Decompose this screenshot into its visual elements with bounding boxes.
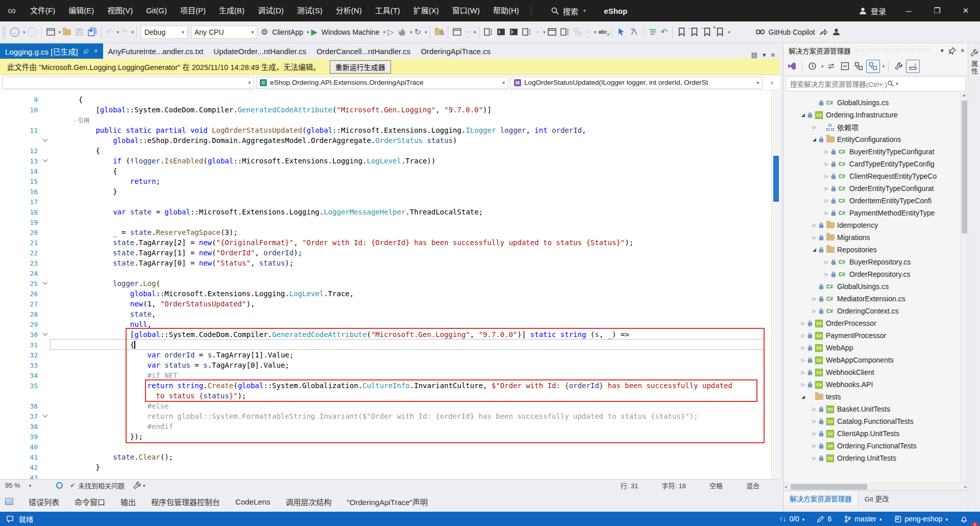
collapsed-arrow-icon[interactable]: ▷ xyxy=(822,161,831,166)
preview-selected-button[interactable] xyxy=(906,60,920,73)
collapsed-arrow-icon[interactable]: ▷ xyxy=(822,198,831,203)
window-layout-icon[interactable]: ≡ xyxy=(771,51,775,59)
encoding-indicator[interactable]: 混合 xyxy=(746,481,760,490)
startup-settings-gear-icon[interactable]: ⚙ xyxy=(259,25,270,40)
tree-item-BuyerRepository.cs[interactable]: ▷C#BuyerRepository.cs xyxy=(783,256,968,268)
code-line-20[interactable]: 20 _ = state.ReserveTagSpace(3); xyxy=(0,227,780,237)
collapsed-arrow-icon[interactable]: ▷ xyxy=(810,419,819,424)
expanded-arrow-icon[interactable]: ◢ xyxy=(810,137,819,142)
pending-edits-button[interactable]: 6 xyxy=(811,512,838,526)
branch-button[interactable]: master▴ xyxy=(838,512,888,526)
tree-item-BuyerEntityTypeConfigurat[interactable]: ▷C#BuyerEntityTypeConfigurat xyxy=(783,146,968,158)
previous-bookmark-button[interactable]: ← xyxy=(688,25,701,40)
open-folder-button[interactable] xyxy=(61,25,73,40)
collapsed-arrow-icon[interactable]: ▷ xyxy=(799,321,807,326)
scrollbar-thumb[interactable] xyxy=(791,484,867,490)
code-line-39[interactable]: 39 }); xyxy=(0,432,780,442)
document-tab-3[interactable]: OrderCancell...ntHandler.cs xyxy=(311,43,415,59)
line-number[interactable]: 29 xyxy=(0,321,40,328)
document-tab-0[interactable]: Logging.g.cs [已生成]× xyxy=(0,43,103,59)
collapsed-arrow-icon[interactable]: ▷ xyxy=(810,125,819,130)
menu-1[interactable]: 编辑(E) xyxy=(62,0,101,21)
tree-item-OrderItemEntityTypeConfi[interactable]: ▷C#OrderItemEntityTypeConfi xyxy=(783,195,968,207)
line-number[interactable]: 23 xyxy=(0,259,40,267)
line-number[interactable]: 35 xyxy=(0,382,40,390)
copy-structure-button[interactable] xyxy=(628,25,641,40)
chevron-down-icon[interactable]: ▾ xyxy=(307,30,309,35)
notifications-button[interactable]: 1 xyxy=(954,512,974,526)
chevron-down-icon[interactable]: ▾ xyxy=(474,30,476,35)
code-line-16[interactable]: 16 } xyxy=(0,186,780,197)
side-pane-button[interactable] xyxy=(558,25,571,40)
maximize-button[interactable]: ❐ xyxy=(923,0,951,21)
tree-item-OrderingContext.cs[interactable]: ▷C#OrderingContext.cs xyxy=(783,305,968,317)
code-line-23[interactable]: 23 state.TagArray[0] = new("Status", sta… xyxy=(0,258,780,268)
split-editor-icon[interactable]: ⫞ xyxy=(765,79,778,87)
collapse-button[interactable]: − xyxy=(463,25,472,40)
feedback-icon[interactable] xyxy=(6,515,14,523)
document-tab-4[interactable]: OrderingApiTrace.cs xyxy=(415,43,496,59)
type-dropdown[interactable]: C eShop.Ordering.API.Extensions.Ordering… xyxy=(256,77,508,89)
code-line-wrap[interactable]: to status {status}"); xyxy=(0,391,780,401)
tree-item-EntityConfigurations[interactable]: ◢EntityConfigurations xyxy=(783,133,968,146)
redo-button[interactable]: ↷ xyxy=(119,25,130,40)
line-indicator[interactable]: 行: 31 xyxy=(621,481,639,490)
undo-format-button[interactable]: ↶ xyxy=(659,25,670,40)
scope-dropdown-button[interactable] xyxy=(866,60,880,73)
tree-item-ClientApp.UnitTests[interactable]: ▷C#ClientApp.UnitTests xyxy=(783,427,968,440)
line-number[interactable]: 17 xyxy=(0,198,40,206)
window-menu-icon[interactable]: ▾ xyxy=(941,47,944,54)
copilot-person-icon[interactable] xyxy=(830,25,843,40)
quick-search[interactable]: 搜索 ▾ xyxy=(551,6,586,16)
panel-tab-0[interactable]: 错误列表 xyxy=(29,496,59,507)
line-number[interactable]: 30 xyxy=(0,331,40,339)
active-files-dropdown-icon[interactable]: ▾ xyxy=(763,51,766,59)
menu-5[interactable]: 生成(B) xyxy=(212,0,251,21)
line-number[interactable]: 42 xyxy=(0,464,40,471)
tree-item-PaymentProcessor[interactable]: ▷C#PaymentProcessor xyxy=(783,329,968,342)
tree-item-Basket.UnitTests[interactable]: ▷C#Basket.UnitTests xyxy=(783,403,968,415)
code-line-34[interactable]: 34 #if NET xyxy=(0,370,780,380)
line-number[interactable]: 39 xyxy=(0,433,40,441)
chevron-down-icon[interactable]: ▾ xyxy=(728,30,730,35)
line-number[interactable]: 20 xyxy=(0,229,40,236)
fold-chevron-icon[interactable] xyxy=(40,413,50,419)
code-line-38[interactable]: 38 #endif xyxy=(0,421,780,432)
restart-button[interactable]: ↻ xyxy=(412,25,423,40)
spaces-indicator[interactable]: 空格 xyxy=(709,481,723,490)
clear-bookmarks-button[interactable]: × xyxy=(714,25,726,40)
sync-commits-button[interactable]: ↑↓ 0/0▴ xyxy=(773,512,811,526)
collapsed-arrow-icon[interactable]: ▷ xyxy=(822,186,831,191)
expanded-arrow-icon[interactable]: ◢ xyxy=(799,394,807,399)
code-line-14[interactable]: 14 { xyxy=(0,166,780,176)
line-number[interactable]: 19 xyxy=(0,219,40,226)
line-number[interactable]: 21 xyxy=(0,239,40,247)
line-number[interactable]: 31 xyxy=(0,341,40,349)
fold-chevron-icon[interactable] xyxy=(40,158,50,164)
tree-item-Repositories[interactable]: ◢Repositories xyxy=(783,244,968,256)
code-line-22[interactable]: 22 state.TagArray[1] = new("OrderId", or… xyxy=(0,248,780,258)
emulator-button[interactable] xyxy=(495,25,507,40)
collapsed-arrow-icon[interactable]: ▷ xyxy=(822,210,831,216)
code-line-19[interactable]: 19 xyxy=(0,217,780,227)
explorer-tab-0[interactable]: 解决方案资源管理器 xyxy=(783,491,859,506)
menu-10[interactable]: 扩展(X) xyxy=(407,0,446,21)
code-line-43[interactable]: 43 xyxy=(0,472,780,479)
line-number[interactable]: 12 xyxy=(0,147,40,155)
github-copilot-icon[interactable] xyxy=(754,25,767,40)
tree-item-Migrations[interactable]: ▷Migrations xyxy=(783,231,968,244)
explorer-tab-1[interactable]: Git 更改 xyxy=(859,491,895,506)
code-line-33[interactable]: 33 var status = s.TagArray[0].Value; xyxy=(0,360,780,370)
navigate-forward-button[interactable]: → xyxy=(26,25,39,40)
code-line-30[interactable]: 30 [global::System.CodeDom.Compiler.Gene… xyxy=(0,329,780,340)
go-to-cursor-button[interactable] xyxy=(615,25,628,40)
menu-7[interactable]: 测试(S) xyxy=(290,0,329,21)
menu-11[interactable]: 窗口(W) xyxy=(446,0,486,21)
line-number[interactable]: 27 xyxy=(0,300,40,308)
minimize-button[interactable]: ─ xyxy=(894,0,923,21)
panel-tab-3[interactable]: 程序包管理器控制台 xyxy=(151,496,220,507)
collapsed-arrow-icon[interactable]: ▷ xyxy=(810,235,819,240)
tree-item-Ordering.UnitTests[interactable]: ▷C#Ordering.UnitTests xyxy=(783,452,968,464)
code-line-36[interactable]: 36 #else xyxy=(0,401,780,411)
next-bookmark-button[interactable]: → xyxy=(701,25,714,40)
